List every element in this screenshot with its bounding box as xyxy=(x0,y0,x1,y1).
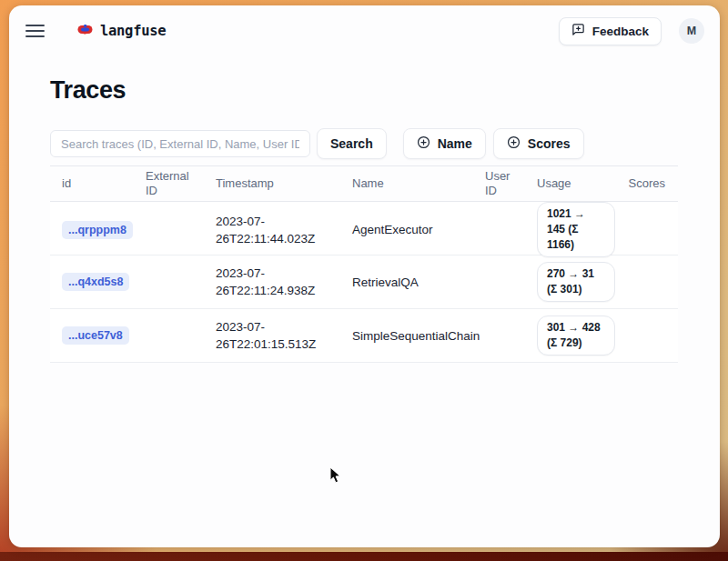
desktop-background: langfuse Feedback M Traces xyxy=(0,0,728,561)
cell-user-id xyxy=(473,309,525,362)
column-header-scores: Scores xyxy=(621,166,678,201)
user-avatar[interactable]: M xyxy=(679,18,704,44)
top-navigation-bar: langfuse Feedback M xyxy=(9,5,720,56)
column-header-usage: Usage xyxy=(525,166,621,201)
cell-user-id xyxy=(473,202,525,257)
page-title: Traces xyxy=(50,76,678,105)
column-header-external-id: External ID xyxy=(134,166,204,201)
avatar-initial: M xyxy=(687,25,696,37)
feedback-button-label: Feedback xyxy=(592,25,649,38)
trace-id-link[interactable]: ...q4xd5s8 xyxy=(62,273,129,291)
langfuse-logo-icon xyxy=(77,23,93,39)
filter-scores-label: Scores xyxy=(528,136,571,151)
filter-name-button[interactable]: Name xyxy=(403,128,486,159)
cell-name: AgentExecutor xyxy=(340,202,473,257)
column-header-user-id: User ID xyxy=(473,166,525,201)
cell-name: RetrievalQA xyxy=(340,255,473,308)
usage-badge: 270 → 31 (Σ 301) xyxy=(537,262,615,302)
trace-id-link[interactable]: ...qrpppm8 xyxy=(62,221,133,239)
column-header-name: Name xyxy=(340,166,473,201)
column-header-id: id xyxy=(50,166,134,201)
search-button[interactable]: Search xyxy=(317,128,387,159)
search-input[interactable] xyxy=(50,130,310,157)
cell-scores xyxy=(621,255,678,308)
main-content: Traces Search Name xyxy=(9,76,720,363)
logo-wordmark: langfuse xyxy=(100,23,166,39)
cell-usage: 270 → 31 (Σ 301) xyxy=(525,255,621,308)
cell-timestamp: 2023-07-26T22:11:44.023Z xyxy=(204,202,340,257)
cell-scores xyxy=(621,309,678,362)
table-row: ...qrpppm8 2023-07-26T22:11:44.023Z Agen… xyxy=(50,202,678,255)
cell-scores xyxy=(621,202,678,257)
cell-external-id xyxy=(134,202,204,257)
background-bottom-edge xyxy=(0,552,728,561)
feedback-button[interactable]: Feedback xyxy=(559,17,662,45)
cell-id: ...uce57v8 xyxy=(50,309,134,362)
table-header-row: id External ID Timestamp Name User ID Us… xyxy=(50,165,678,202)
traces-toolbar: Search Name Scor xyxy=(50,128,678,159)
column-header-timestamp: Timestamp xyxy=(204,166,340,201)
plus-circle-icon xyxy=(507,135,521,152)
langfuse-app-window: langfuse Feedback M Traces xyxy=(9,5,720,547)
usage-badge: 301 → 428 (Σ 729) xyxy=(537,316,615,356)
trace-id-link[interactable]: ...uce57v8 xyxy=(62,326,129,345)
plus-circle-icon xyxy=(417,135,430,152)
cell-id: ...qrpppm8 xyxy=(50,202,134,257)
cell-external-id xyxy=(134,255,204,308)
search-button-label: Search xyxy=(330,136,373,151)
cell-timestamp: 2023-07-26T22:11:24.938Z xyxy=(204,255,340,308)
table-row: ...uce57v8 2023-07-26T22:01:15.513Z Simp… xyxy=(50,309,678,363)
cell-id: ...q4xd5s8 xyxy=(50,255,134,308)
cell-timestamp: 2023-07-26T22:01:15.513Z xyxy=(204,309,340,362)
traces-table: id External ID Timestamp Name User ID Us… xyxy=(50,165,678,363)
filter-scores-button[interactable]: Scores xyxy=(493,128,584,159)
langfuse-logo[interactable]: langfuse xyxy=(77,23,166,39)
cell-user-id xyxy=(473,255,525,308)
cell-usage: 301 → 428 (Σ 729) xyxy=(525,309,621,362)
cell-usage: 1021 → 145 (Σ 1166) xyxy=(525,202,621,257)
message-square-plus-icon xyxy=(571,23,585,39)
filter-name-label: Name xyxy=(438,136,472,151)
cell-external-id xyxy=(134,309,204,362)
usage-badge: 1021 → 145 (Σ 1166) xyxy=(537,202,615,257)
cell-name: SimpleSequentialChain xyxy=(340,309,473,362)
menu-icon[interactable] xyxy=(25,25,45,38)
table-row: ...q4xd5s8 2023-07-26T22:11:24.938Z Retr… xyxy=(50,255,678,309)
